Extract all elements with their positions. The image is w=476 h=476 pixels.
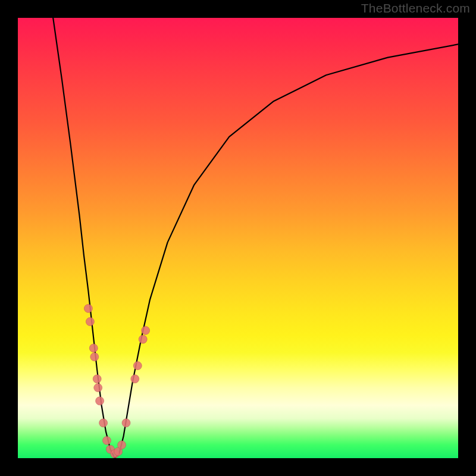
data-marker — [90, 353, 99, 361]
data-marker — [94, 384, 102, 392]
data-marker — [106, 445, 114, 453]
data-marker — [111, 450, 119, 458]
marker-group — [84, 304, 149, 458]
plot-area — [18, 18, 458, 458]
data-marker — [84, 304, 92, 312]
data-marker — [96, 397, 104, 405]
bottleneck-curve — [53, 18, 458, 458]
data-marker — [142, 326, 150, 334]
chart-stage: TheBottleneck.com — [0, 0, 476, 476]
data-marker — [133, 362, 142, 370]
data-marker — [131, 375, 139, 383]
data-marker — [86, 318, 94, 326]
data-marker — [103, 436, 111, 444]
curve-svg — [18, 18, 458, 458]
data-marker — [114, 447, 123, 456]
data-marker — [118, 441, 126, 449]
data-marker — [89, 344, 98, 352]
watermark-text: TheBottleneck.com — [361, 1, 470, 15]
data-marker — [99, 419, 108, 427]
data-marker — [139, 335, 147, 343]
data-marker — [93, 375, 101, 383]
data-marker — [122, 419, 130, 427]
